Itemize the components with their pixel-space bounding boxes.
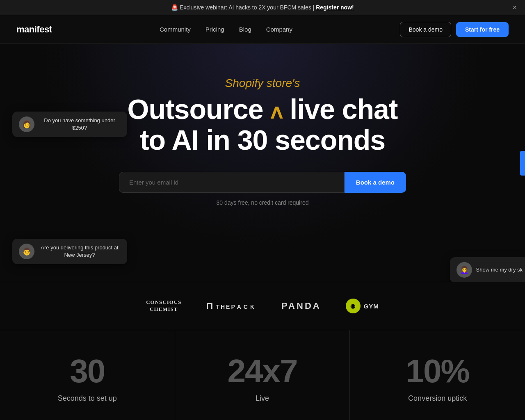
logo-panda: PANDA <box>281 301 321 311</box>
bubble-text-3: Show me my dry sk <box>476 266 523 274</box>
bubble-text-2: Are you delivering this product at New J… <box>39 244 121 259</box>
nav-blog[interactable]: Blog <box>239 26 251 33</box>
nav-links: Community Pricing Blog Company <box>160 26 292 33</box>
banner-close-button[interactable]: × <box>512 3 517 12</box>
nav-book-demo-button[interactable]: Book a demo <box>400 22 451 37</box>
stat-live-number: 24x7 <box>192 355 333 388</box>
navbar: manifest Community Pricing Blog Company … <box>0 15 525 44</box>
avatar-1: 👩 <box>19 116 34 132</box>
stat-setup-label: Seconds to set up <box>16 394 158 403</box>
hero-form: Book a demo <box>119 172 406 193</box>
nav-pricing[interactable]: Pricing <box>205 26 224 33</box>
chat-bubble-1: 👩 Do you have something under $250? <box>12 112 127 137</box>
logos-section: CONSCIOUSCHEMIST ⊓THEPACK PANDA ◉ GYM <box>0 282 525 330</box>
gym-icon: ◉ <box>346 299 361 313</box>
stat-conversion-number: 10% <box>366 355 509 388</box>
logo-the-pack: ⊓THEPACK <box>206 301 257 311</box>
right-edge-decoration <box>520 151 525 176</box>
logo[interactable]: manifest <box>16 24 52 35</box>
stat-conversion-label: Conversion uptick <box>366 394 509 403</box>
stat-setup-number: 30 <box>16 355 158 388</box>
stat-setup: 30 Seconds to set up <box>0 330 175 420</box>
hero-note: 30 days free, no credit card required <box>8 199 517 206</box>
hero-title-line1: Outsource ʌ live chat <box>128 94 398 125</box>
bubble-text-1: Do you have something under $250? <box>39 117 121 132</box>
banner-text: 🚨 Exclusive webinar: AI hacks to 2X your… <box>171 4 314 11</box>
hero-book-demo-button[interactable]: Book a demo <box>345 172 406 193</box>
logo-conscious-chemist: CONSCIOUSCHEMIST <box>146 299 181 313</box>
email-input[interactable] <box>119 172 345 193</box>
chat-bubble-2: 👨 Are you delivering this product at New… <box>12 239 127 264</box>
avatar-2: 👨 <box>19 244 34 259</box>
avatar-3: 👩‍🦱 <box>457 262 472 278</box>
logo-gym: ◉ GYM <box>346 299 379 313</box>
announcement-banner: 🚨 Exclusive webinar: AI hacks to 2X your… <box>0 0 525 15</box>
stat-live: 24x7 Live <box>175 330 350 420</box>
nav-community[interactable]: Community <box>160 26 191 33</box>
gym-label: GYM <box>364 303 379 310</box>
hero-section: 👩 Do you have something under $250? 👨 Ar… <box>0 44 525 282</box>
banner-link[interactable]: Register now! <box>316 4 354 11</box>
hero-subtitle: Shopify store's <box>8 77 517 90</box>
nav-start-free-button[interactable]: Start for free <box>456 22 509 37</box>
stats-section: 30 Seconds to set up 24x7 Live 10% Conve… <box>0 330 525 420</box>
hero-title-line2: to AI in 30 seconds <box>140 124 385 155</box>
stat-conversion: 10% Conversion uptick <box>350 330 525 420</box>
chat-bubble-3: 👩‍🦱 Show me my dry sk <box>450 257 525 282</box>
cursor-icon: ʌ <box>270 100 282 123</box>
stat-live-label: Live <box>192 394 333 403</box>
nav-actions: Book a demo Start for free <box>400 22 509 37</box>
nav-company[interactable]: Company <box>266 26 292 33</box>
